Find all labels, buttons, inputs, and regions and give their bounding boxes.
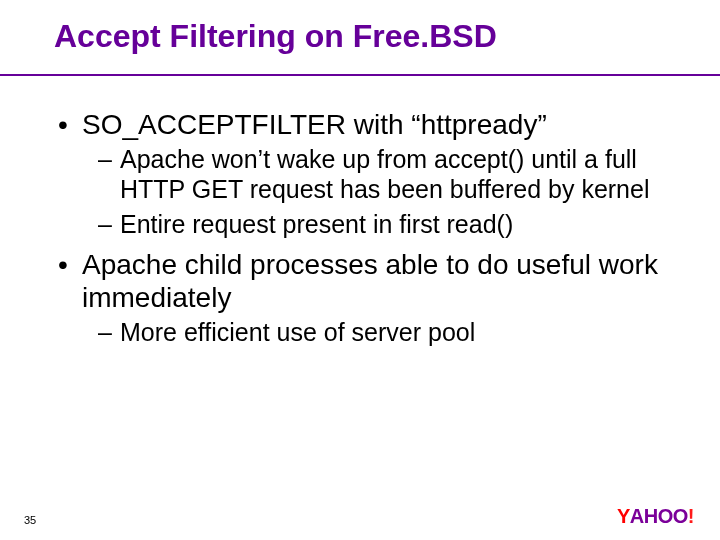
slide: Accept Filtering on Free.BSD SO_ACCEPTFI…: [0, 0, 720, 540]
slide-title: Accept Filtering on Free.BSD: [54, 18, 497, 55]
logo-bang: !: [688, 505, 694, 527]
bullet-1: SO_ACCEPTFILTER with “httpready”: [54, 108, 674, 141]
logo-main: AHOO: [630, 505, 688, 527]
bullet-2-sub-1: More efficient use of server pool: [54, 318, 674, 348]
bullet-2: Apache child processes able to do useful…: [54, 248, 674, 314]
slide-body: SO_ACCEPTFILTER with “httpready” Apache …: [54, 100, 674, 353]
bullet-1-sub-1: Apache won’t wake up from accept() until…: [54, 145, 674, 204]
logo-y: Y: [617, 505, 630, 528]
page-number: 35: [24, 514, 36, 526]
title-rule: [0, 74, 720, 76]
yahoo-logo: YAHOO!: [617, 505, 694, 528]
bullet-1-sub-2: Entire request present in first read(): [54, 210, 674, 240]
